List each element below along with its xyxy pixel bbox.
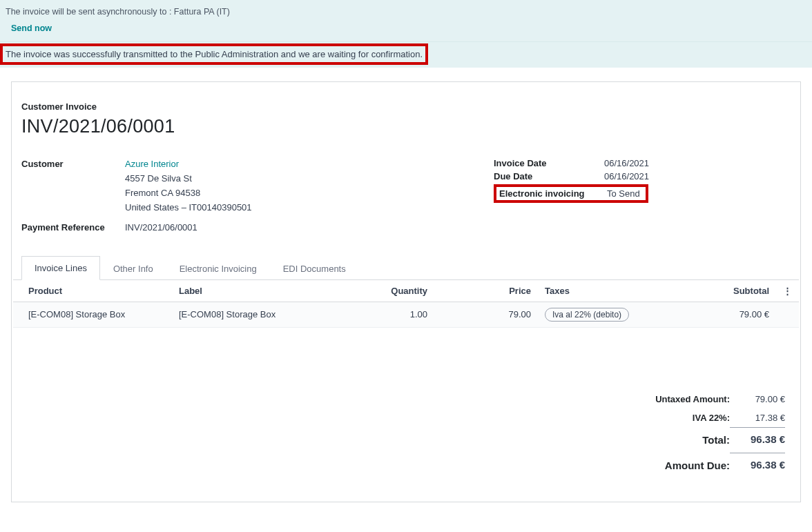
tab-other-info[interactable]: Other Info — [100, 257, 166, 280]
iva-value: 17.38 € — [730, 408, 785, 428]
cell-product: [E-COM08] Storage Box — [13, 302, 172, 327]
col-product: Product — [13, 280, 172, 302]
col-options-icon[interactable]: ⋮ — [776, 280, 799, 302]
payref-label: Payment Reference — [21, 220, 125, 235]
payref-value: INV/2021/06/0001 — [125, 220, 197, 235]
invoice-lines-table: Product Label Quantity Price Taxes Subto… — [13, 280, 799, 328]
invoice-date-label: Invoice Date — [494, 157, 604, 170]
col-quantity: Quantity — [345, 280, 434, 302]
confirmation-row: The invoice was successfully transmitted… — [0, 42, 812, 68]
total-label: Total: — [640, 427, 730, 453]
cell-taxes: Iva al 22% (debito) — [538, 302, 676, 327]
confirmation-message: The invoice was successfully transmitted… — [3, 46, 425, 62]
cell-subtotal: 79.00 € — [676, 302, 776, 327]
totals-block: Untaxed Amount: 79.00 € IVA 22%: 17.38 €… — [13, 390, 799, 479]
address-line3: United States – IT00140390501 — [125, 201, 452, 215]
highlight-electronic-invoicing: Electronic invoicing To Send — [494, 184, 648, 203]
cell-label: [E-COM08] Storage Box — [172, 302, 345, 327]
total-value: 96.38 € — [730, 427, 785, 453]
invoice-card: Customer Invoice INV/2021/06/0001 Custom… — [11, 81, 801, 502]
tab-electronic-invoicing[interactable]: Electronic Invoicing — [166, 257, 270, 280]
einv-value: To Send — [607, 187, 646, 200]
tab-invoice-lines[interactable]: Invoice Lines — [21, 256, 100, 280]
iva-label: IVA 22%: — [640, 408, 730, 428]
col-price: Price — [434, 280, 538, 302]
tabs: Invoice Lines Other Info Electronic Invo… — [13, 255, 799, 280]
alert-banner: The invoice will be sent asynchronously … — [0, 0, 812, 42]
tax-pill[interactable]: Iva al 22% (debito) — [545, 308, 629, 322]
highlight-confirmation: The invoice was successfully transmitted… — [0, 43, 428, 65]
cell-quantity: 1.00 — [345, 302, 434, 327]
alert-async-message: The invoice will be sent asynchronously … — [6, 7, 806, 17]
col-subtotal: Subtotal — [676, 280, 776, 302]
tab-edi-documents[interactable]: EDI Documents — [270, 257, 359, 280]
einv-label: Electronic invoicing — [496, 187, 607, 200]
col-label: Label — [172, 280, 345, 302]
cell-price: 79.00 — [434, 302, 538, 327]
page-title-label: Customer Invoice — [21, 101, 791, 112]
invoice-number: INV/2021/06/0001 — [21, 116, 791, 137]
dates-block: Invoice Date 06/16/2021 Due Date 06/16/2… — [494, 157, 791, 236]
customer-block: Customer Azure Interior 4557 De Silva St… — [21, 157, 452, 236]
send-now-button[interactable]: Send now — [11, 23, 52, 33]
address-line1: 4557 De Silva St — [125, 172, 452, 186]
customer-label: Customer — [21, 157, 125, 172]
amount-due-value: 96.38 € — [730, 453, 785, 478]
amount-due-label: Amount Due: — [640, 453, 730, 478]
invoice-date-value: 06/16/2021 — [604, 157, 656, 170]
address-line2: Fremont CA 94538 — [125, 186, 452, 201]
col-taxes: Taxes — [538, 280, 676, 302]
due-date-value: 06/16/2021 — [604, 170, 656, 183]
untaxed-value: 79.00 € — [730, 390, 785, 408]
table-row[interactable]: [E-COM08] Storage Box [E-COM08] Storage … — [13, 302, 799, 327]
due-date-label: Due Date — [494, 170, 604, 183]
customer-link[interactable]: Azure Interior — [125, 157, 179, 172]
untaxed-label: Untaxed Amount: — [640, 390, 730, 408]
